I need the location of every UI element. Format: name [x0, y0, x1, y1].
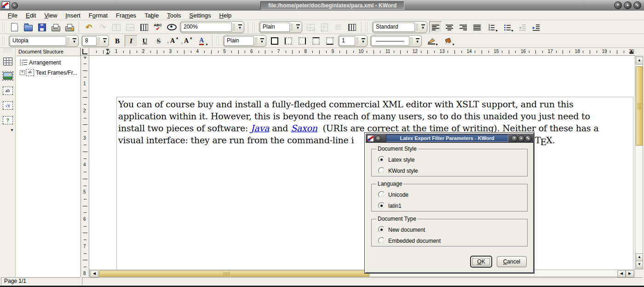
- menu-settings[interactable]: Settings: [185, 12, 215, 19]
- new-document-button[interactable]: [8, 21, 21, 33]
- frame-columns-button[interactable]: [138, 21, 150, 33]
- radio-icon[interactable]: [378, 226, 385, 233]
- font-size-up-button[interactable]: Aa↑: [166, 35, 179, 47]
- font-size-combobox[interactable]: 8 ▼: [81, 35, 109, 47]
- menu-help[interactable]: Help: [215, 12, 236, 19]
- paragraph-style-combobox[interactable]: Plain ▼: [259, 21, 302, 33]
- frame-style-combobox[interactable]: Plain ▼: [223, 35, 266, 47]
- top-margin-marker[interactable]: [83, 57, 87, 59]
- menu-insert[interactable]: Insert: [61, 12, 85, 19]
- close-button[interactable]: [633, 1, 641, 9]
- dialog-titlebar[interactable]: Latex Export Filter Parameters - KWord ▼…: [366, 134, 533, 143]
- print-preview-button[interactable]: ✦: [63, 21, 76, 33]
- font-family-combobox[interactable]: Utopia ▼: [9, 35, 79, 47]
- dropdown-arrow-icon[interactable]: ▼: [236, 22, 244, 33]
- bold-button[interactable]: B: [111, 35, 124, 47]
- scroll-left-button2[interactable]: ◀: [617, 270, 626, 277]
- increase-indent-button[interactable]: [529, 21, 542, 33]
- cancel-button[interactable]: Cancel: [497, 256, 527, 267]
- border-right-button[interactable]: [296, 35, 309, 47]
- v-ruler[interactable]: 12345678: [81, 56, 89, 277]
- insert-column-button[interactable]: [318, 21, 331, 33]
- toolbar-grip[interactable]: [253, 22, 256, 32]
- border-color-button[interactable]: ▼: [424, 35, 439, 47]
- dialog-maximize-button[interactable]: ▲: [518, 135, 525, 142]
- insert-row-button[interactable]: [304, 21, 317, 33]
- dropdown-arrow-icon[interactable]: ▼: [511, 29, 514, 32]
- print-button[interactable]: [49, 21, 62, 33]
- scroll-up-button[interactable]: ▲: [636, 57, 643, 64]
- dialog-window-menu-button[interactable]: [375, 135, 381, 141]
- menu-file[interactable]: File: [4, 12, 22, 19]
- dropdown-arrow-icon[interactable]: ▼: [452, 43, 455, 46]
- merge-cells-button[interactable]: [110, 21, 123, 33]
- border-outline-button[interactable]: [268, 35, 281, 47]
- radio-latex-style[interactable]: Latex style: [378, 156, 523, 163]
- minimize-button[interactable]: ▼: [614, 1, 622, 9]
- radio-icon[interactable]: [378, 191, 385, 198]
- radio-new-document[interactable]: New document: [378, 226, 523, 233]
- tab-selector[interactable]: [81, 48, 89, 56]
- align-center-button[interactable]: [443, 21, 456, 33]
- menu-tools[interactable]: Tools: [163, 12, 185, 19]
- toolbar-extension-arrow-icon[interactable]: ▼: [10, 128, 14, 132]
- menu-edit[interactable]: Edit: [22, 12, 40, 19]
- toolbar-grip[interactable]: [366, 22, 369, 32]
- document-canvas[interactable]: You can of course buy and install a full…: [89, 56, 635, 277]
- dropdown-arrow-icon[interactable]: ▼: [419, 22, 427, 33]
- h-ruler[interactable]: 1234567891011121314151617181920: [89, 48, 635, 56]
- horizontal-scrollbar[interactable]: ◀ ◀ ▶: [89, 269, 635, 277]
- font-size-down-button[interactable]: Aa↓: [180, 35, 193, 47]
- dropdown-arrow-icon[interactable]: ▼: [101, 35, 109, 47]
- dropdown-arrow-icon[interactable]: ▼: [258, 35, 266, 47]
- tree-expander-icon[interactable]: +: [20, 70, 25, 75]
- radio-icon[interactable]: [378, 237, 385, 244]
- italic-button[interactable]: I: [125, 35, 138, 47]
- insert-picture-button[interactable]: [2, 70, 14, 82]
- border-bottom-button[interactable]: [323, 35, 336, 47]
- decrease-indent-button[interactable]: [516, 21, 529, 33]
- save-button[interactable]: [35, 21, 48, 33]
- bullet-list-button[interactable]: ▼: [500, 21, 515, 33]
- border-top-button[interactable]: [310, 35, 322, 47]
- align-right-button[interactable]: [457, 21, 470, 33]
- delete-row-button[interactable]: [332, 21, 345, 33]
- spellcheck-button[interactable]: ABC✔: [151, 21, 164, 33]
- saxon-link[interactable]: Saxon: [291, 123, 317, 133]
- insert-object-button[interactable]: ?: [2, 114, 14, 126]
- strikethrough-button[interactable]: S: [152, 35, 165, 47]
- radio-kword-style[interactable]: KWord style: [378, 167, 523, 174]
- toolbar-grip[interactable]: [2, 22, 6, 32]
- numbered-list-button[interactable]: 1.2.3. ▼: [484, 21, 499, 33]
- insert-table-button[interactable]: [2, 55, 14, 67]
- horizontal-scrollbar-thumb[interactable]: [99, 270, 369, 277]
- dropdown-arrow-icon[interactable]: ▼: [359, 35, 367, 47]
- insert-formula-button[interactable]: √x: [2, 100, 14, 111]
- vertical-scrollbar[interactable]: ▲ ▲ ▼: [635, 56, 643, 269]
- border-left-button[interactable]: [282, 35, 295, 47]
- undo-button[interactable]: ↶: [82, 21, 95, 33]
- vertical-scrollbar-thumb[interactable]: [636, 66, 643, 146]
- font-color-button[interactable]: A▼: [194, 35, 209, 47]
- open-button[interactable]: [22, 21, 34, 33]
- border-style-combobox[interactable]: ▼: [370, 35, 422, 47]
- columns-button[interactable]: [345, 21, 358, 33]
- radio-latin1[interactable]: latin1: [378, 202, 523, 209]
- dialog-minimize-button[interactable]: ▼: [511, 135, 518, 142]
- toolbar-grip[interactable]: [217, 36, 220, 46]
- window-titlebar[interactable]: file:/home/peter/doc/beginlatex/para.xml…: [0, 0, 644, 11]
- scroll-right-button[interactable]: ▶: [626, 270, 634, 277]
- dialog-close-button[interactable]: [525, 135, 532, 142]
- insert-text-frame-button[interactable]: ab: [2, 85, 14, 97]
- scroll-left-button[interactable]: ◀: [90, 270, 98, 277]
- dropdown-arrow-icon[interactable]: ▼: [414, 35, 421, 47]
- background-color-button[interactable]: ▼: [440, 35, 456, 47]
- menu-format[interactable]: Format: [85, 12, 112, 19]
- zoom-combobox[interactable]: 200% ▼: [180, 21, 244, 33]
- underline-button[interactable]: U: [138, 35, 151, 47]
- align-left-button[interactable]: [429, 21, 442, 33]
- preview-eye-button[interactable]: [165, 21, 178, 33]
- scroll-up-button2[interactable]: ▲: [636, 253, 643, 261]
- split-cells-button[interactable]: [124, 21, 137, 33]
- radio-icon[interactable]: [378, 156, 385, 163]
